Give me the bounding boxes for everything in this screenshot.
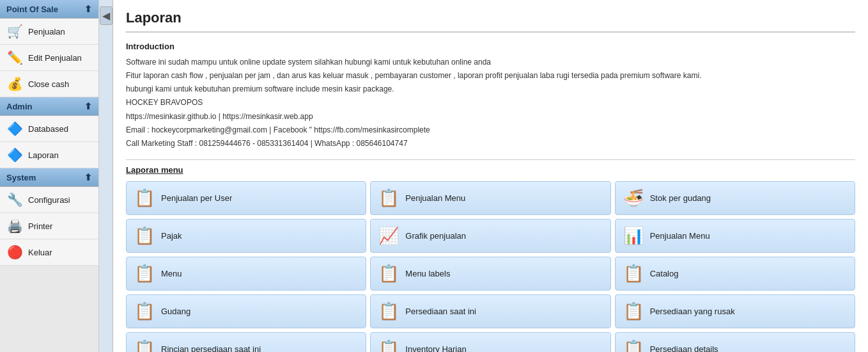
section-label: Laporan menu	[126, 165, 855, 175]
sidebar-item-databased-label: Databased	[28, 124, 68, 134]
report-card-menu-label: Menu	[161, 269, 182, 278]
sidebar-item-printer-label: Printer	[28, 221, 52, 231]
report-card-menu-icon: 📋	[134, 264, 155, 284]
sidebar-item-configurasi[interactable]: 🔧 Configurasi	[0, 187, 98, 213]
sidebar-section-admin[interactable]: Admin ⬆	[0, 97, 98, 116]
report-card-grafik-penjualan-label: Grafik penjualan	[405, 231, 466, 241]
sidebar-item-keluar[interactable]: 🔴 Keluar	[0, 239, 98, 266]
report-card-gudang-label: Gudang	[161, 307, 190, 316]
report-card-rincian-persediaan[interactable]: 📋 Rincian persediaan saat ini	[126, 332, 366, 352]
penjualan-icon: 🛒	[6, 24, 23, 39]
sidebar-section-pos-chevron: ⬆	[84, 4, 92, 14]
printer-icon: 🖨️	[6, 218, 23, 234]
report-card-penjualan-menu-2-icon: 📊	[623, 226, 644, 246]
section-divider	[126, 159, 855, 160]
sidebar-section-pos[interactable]: Point Of Sale ⬆	[0, 0, 98, 19]
report-card-gudang-icon: 📋	[134, 301, 155, 321]
intro-line-3: HOCKEY BRAVOPOS	[126, 97, 855, 109]
sidebar-item-close-cash-label: Close cash	[28, 79, 69, 89]
report-card-catalog[interactable]: 📋 Catalog	[615, 257, 855, 291]
report-card-inventory-harian[interactable]: 📋 Inventory Harian	[370, 332, 610, 352]
report-card-stok-per-gudang[interactable]: 🍜 Stok per gudang	[615, 181, 855, 215]
report-card-penjualan-menu-2[interactable]: 📊 Penjualan Menu	[615, 219, 855, 253]
report-card-penjualan-menu-1[interactable]: 📋 Penjualan Menu	[370, 181, 610, 215]
report-card-persediaan-yang-rusak[interactable]: 📋 Persediaan yang rusak	[615, 294, 855, 328]
report-card-pajak-icon: 📋	[134, 226, 155, 246]
main-area: ◀ Laporan Introduction Software ini suda…	[99, 0, 868, 352]
report-card-penjualan-per-user-label: Penjualan per User	[161, 193, 232, 203]
report-card-penjualan-per-user[interactable]: 📋 Penjualan per User	[126, 181, 366, 215]
close-cash-icon: 💰	[6, 76, 23, 92]
report-card-menu-labels[interactable]: 📋 Menu labels	[370, 257, 610, 291]
sidebar-item-penjualan-label: Penjualan	[28, 27, 65, 36]
report-card-grafik-penjualan[interactable]: 📈 Grafik penjualan	[370, 219, 610, 253]
report-card-persediaan-yang-rusak-label: Persediaan yang rusak	[650, 307, 735, 316]
report-card-catalog-icon: 📋	[623, 264, 644, 284]
report-card-penjualan-menu-1-icon: 📋	[378, 188, 399, 208]
report-card-menu-labels-icon: 📋	[378, 264, 399, 284]
laporan-icon: 🔷	[6, 147, 23, 163]
report-card-persediaan-details-icon: 📋	[623, 339, 644, 352]
report-card-menu-labels-label: Menu labels	[405, 269, 450, 278]
page-title: Laporan	[126, 10, 855, 33]
sidebar-item-edit-penjualan[interactable]: ✏️ Edit Penjualan	[0, 45, 98, 71]
intro-line-0: Software ini sudah mampu untuk online up…	[126, 56, 855, 68]
edit-penjualan-icon: ✏️	[6, 50, 23, 65]
sidebar-item-close-cash[interactable]: 💰 Close cash	[0, 71, 98, 97]
intro-line-6: Call Marketing Staff : 081259444676 - 08…	[126, 138, 855, 150]
report-card-catalog-label: Catalog	[650, 269, 679, 278]
intro-box: Introduction Software ini sudah mampu un…	[126, 40, 855, 150]
report-card-pajak-label: Pajak	[161, 231, 182, 241]
sidebar-section-admin-chevron: ⬆	[84, 101, 92, 111]
intro-line-5: Email : hockeycorpmarketing@gmail.com | …	[126, 124, 855, 136]
intro-heading: Introduction	[126, 40, 855, 54]
configurasi-icon: 🔧	[6, 192, 23, 207]
keluar-icon: 🔴	[6, 244, 23, 260]
sidebar-item-laporan[interactable]: 🔷 Laporan	[0, 142, 98, 168]
report-card-penjualan-menu-1-label: Penjualan Menu	[405, 193, 465, 203]
sidebar: Point Of Sale ⬆ 🛒 Penjualan ✏️ Edit Penj…	[0, 0, 99, 352]
report-card-persediaan-saat-ini[interactable]: 📋 Persediaan saat ini	[370, 294, 610, 328]
report-card-persediaan-saat-ini-label: Persediaan saat ini	[405, 307, 476, 316]
report-card-persediaan-yang-rusak-icon: 📋	[623, 301, 644, 321]
sidebar-item-penjualan[interactable]: 🛒 Penjualan	[0, 19, 98, 45]
sidebar-section-system-chevron: ⬆	[84, 172, 92, 182]
sidebar-item-configurasi-label: Configurasi	[28, 195, 70, 205]
report-card-penjualan-menu-2-label: Penjualan Menu	[650, 231, 710, 241]
intro-line-1: Fitur laporan cash flow , penjualan per …	[126, 70, 855, 82]
content-area: Laporan Introduction Software ini sudah …	[113, 0, 868, 352]
sidebar-section-pos-label: Point Of Sale	[6, 4, 58, 14]
report-card-stok-per-gudang-icon: 🍜	[623, 188, 644, 208]
intro-line-4: https://mesinkasir.github.io | https://m…	[126, 111, 855, 123]
report-card-stok-per-gudang-label: Stok per gudang	[650, 193, 711, 203]
report-grid: 📋 Penjualan per User 📋 Penjualan Menu 🍜 …	[126, 181, 855, 352]
report-card-persediaan-details-label: Persediaan details	[650, 344, 718, 352]
sidebar-item-keluar-label: Keluar	[28, 248, 52, 257]
sidebar-section-system[interactable]: System ⬆	[0, 168, 98, 187]
report-card-penjualan-per-user-icon: 📋	[134, 188, 155, 208]
sidebar-item-edit-penjualan-label: Edit Penjualan	[28, 53, 82, 63]
databased-icon: 🔷	[6, 121, 23, 136]
report-card-persediaan-saat-ini-icon: 📋	[378, 301, 399, 321]
intro-line-2: hubungi kami untuk kebutuhan premium sof…	[126, 83, 855, 95]
report-card-persediaan-details[interactable]: 📋 Persediaan details	[615, 332, 855, 352]
sidebar-item-printer[interactable]: 🖨️ Printer	[0, 213, 98, 239]
report-card-rincian-persediaan-label: Rincian persediaan saat ini	[161, 344, 261, 352]
report-card-pajak[interactable]: 📋 Pajak	[126, 219, 366, 253]
report-card-menu[interactable]: 📋 Menu	[126, 257, 366, 291]
sidebar-item-laporan-label: Laporan	[28, 150, 59, 160]
report-card-inventory-harian-label: Inventory Harian	[405, 344, 466, 352]
report-card-gudang[interactable]: 📋 Gudang	[126, 294, 366, 328]
sidebar-section-system-label: System	[6, 173, 36, 182]
report-card-grafik-penjualan-icon: 📈	[378, 226, 399, 246]
collapse-panel[interactable]: ◀	[99, 0, 113, 352]
sidebar-item-databased[interactable]: 🔷 Databased	[0, 116, 98, 142]
report-card-rincian-persediaan-icon: 📋	[134, 339, 155, 352]
collapse-arrow: ◀	[100, 6, 112, 25]
report-card-inventory-harian-icon: 📋	[378, 339, 399, 352]
sidebar-section-admin-label: Admin	[6, 102, 32, 111]
